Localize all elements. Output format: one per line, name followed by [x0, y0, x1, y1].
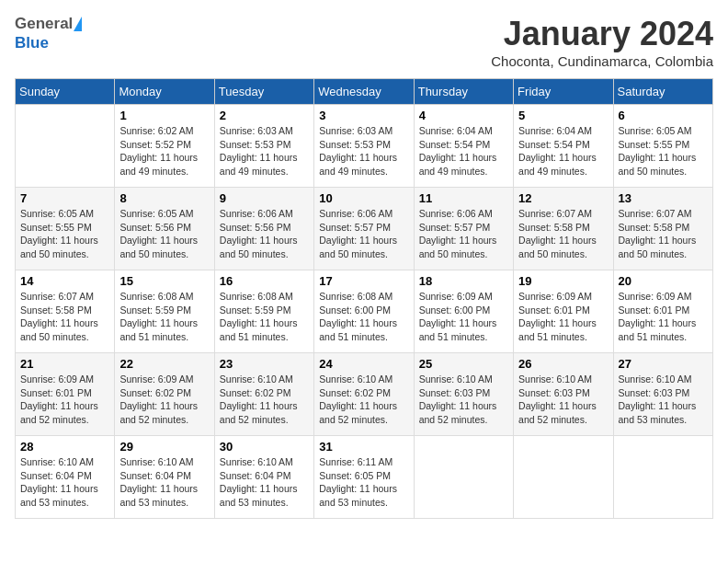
day-info: Sunrise: 6:07 AM Sunset: 5:58 PM Dayligh…: [619, 207, 708, 261]
day-number: 15: [119, 274, 209, 288]
header-wednesday: Wednesday: [314, 79, 414, 105]
day-info: Sunrise: 6:10 AM Sunset: 6:03 PM Dayligh…: [419, 373, 508, 427]
calendar-week-1: 1Sunrise: 6:02 AM Sunset: 5:52 PM Daylig…: [16, 105, 713, 188]
calendar-cell: 15Sunrise: 6:08 AM Sunset: 5:59 PM Dayli…: [115, 270, 214, 353]
day-number: 28: [20, 440, 109, 454]
calendar-header-row: SundayMondayTuesdayWednesdayThursdayFrid…: [16, 79, 713, 105]
day-number: 13: [619, 191, 708, 205]
calendar-cell: 10Sunrise: 6:06 AM Sunset: 5:57 PM Dayli…: [314, 188, 414, 270]
logo: General Blue: [15, 15, 82, 52]
calendar-cell: 1Sunrise: 6:02 AM Sunset: 5:52 PM Daylig…: [115, 105, 214, 188]
day-info: Sunrise: 6:09 AM Sunset: 6:02 PM Dayligh…: [119, 373, 209, 427]
calendar-cell: 25Sunrise: 6:10 AM Sunset: 6:03 PM Dayli…: [414, 353, 513, 436]
header-friday: Friday: [514, 79, 613, 105]
calendar-cell: 12Sunrise: 6:07 AM Sunset: 5:58 PM Dayli…: [514, 188, 613, 270]
day-info: Sunrise: 6:11 AM Sunset: 6:05 PM Dayligh…: [319, 455, 408, 510]
logo-general: General: [15, 15, 73, 33]
day-info: Sunrise: 6:04 AM Sunset: 5:54 PM Dayligh…: [518, 124, 608, 178]
day-number: 14: [20, 274, 109, 288]
day-number: 25: [419, 357, 508, 371]
title-section: January 2024 Choconta, Cundinamarca, Col…: [491, 15, 713, 69]
day-number: 17: [319, 274, 408, 288]
day-info: Sunrise: 6:05 AM Sunset: 5:56 PM Dayligh…: [119, 207, 209, 261]
day-number: 31: [319, 440, 408, 454]
day-info: Sunrise: 6:06 AM Sunset: 5:57 PM Dayligh…: [319, 207, 408, 261]
day-info: Sunrise: 6:06 AM Sunset: 5:56 PM Dayligh…: [220, 207, 309, 261]
calendar-cell: 6Sunrise: 6:05 AM Sunset: 5:55 PM Daylig…: [613, 105, 712, 188]
day-number: 26: [518, 357, 608, 371]
day-info: Sunrise: 6:10 AM Sunset: 6:04 PM Dayligh…: [220, 455, 309, 510]
calendar-cell: 20Sunrise: 6:09 AM Sunset: 6:01 PM Dayli…: [613, 270, 712, 353]
day-number: 29: [119, 440, 209, 454]
day-number: 24: [319, 357, 408, 371]
day-info: Sunrise: 6:07 AM Sunset: 5:58 PM Dayligh…: [518, 207, 608, 261]
calendar-cell: [613, 436, 712, 519]
calendar-cell: 8Sunrise: 6:05 AM Sunset: 5:56 PM Daylig…: [115, 188, 214, 270]
header-monday: Monday: [115, 79, 214, 105]
day-number: 6: [619, 109, 708, 122]
day-number: 12: [518, 191, 608, 205]
day-info: Sunrise: 6:10 AM Sunset: 6:02 PM Dayligh…: [319, 373, 408, 427]
day-number: 8: [119, 191, 209, 205]
day-number: 21: [20, 357, 109, 371]
day-info: Sunrise: 6:08 AM Sunset: 5:59 PM Dayligh…: [119, 290, 209, 344]
day-number: 27: [619, 357, 708, 371]
calendar-cell: 9Sunrise: 6:06 AM Sunset: 5:56 PM Daylig…: [214, 188, 313, 270]
day-number: 19: [518, 274, 608, 288]
day-info: Sunrise: 6:10 AM Sunset: 6:04 PM Dayligh…: [20, 455, 109, 510]
calendar-cell: 31Sunrise: 6:11 AM Sunset: 6:05 PM Dayli…: [314, 436, 414, 519]
day-info: Sunrise: 6:06 AM Sunset: 5:57 PM Dayligh…: [419, 207, 508, 261]
day-number: 30: [220, 440, 309, 454]
day-number: 11: [419, 191, 508, 205]
calendar-cell: 18Sunrise: 6:09 AM Sunset: 6:00 PM Dayli…: [414, 270, 513, 353]
day-number: 23: [220, 357, 309, 371]
day-info: Sunrise: 6:10 AM Sunset: 6:02 PM Dayligh…: [220, 373, 309, 427]
calendar-week-5: 28Sunrise: 6:10 AM Sunset: 6:04 PM Dayli…: [16, 436, 713, 519]
calendar-cell: 16Sunrise: 6:08 AM Sunset: 5:59 PM Dayli…: [214, 270, 313, 353]
calendar-cell: 5Sunrise: 6:04 AM Sunset: 5:54 PM Daylig…: [514, 105, 613, 188]
day-number: 20: [619, 274, 708, 288]
calendar-cell: 14Sunrise: 6:07 AM Sunset: 5:58 PM Dayli…: [16, 270, 115, 353]
calendar-week-2: 7Sunrise: 6:05 AM Sunset: 5:55 PM Daylig…: [16, 188, 713, 270]
day-info: Sunrise: 6:10 AM Sunset: 6:03 PM Dayligh…: [619, 373, 708, 427]
day-info: Sunrise: 6:07 AM Sunset: 5:58 PM Dayligh…: [20, 290, 109, 344]
header-tuesday: Tuesday: [214, 79, 313, 105]
day-number: 2: [220, 109, 309, 122]
calendar-cell: [514, 436, 613, 519]
calendar-cell: 11Sunrise: 6:06 AM Sunset: 5:57 PM Dayli…: [414, 188, 513, 270]
day-info: Sunrise: 6:10 AM Sunset: 6:04 PM Dayligh…: [119, 455, 209, 510]
page-header: General Blue January 2024 Choconta, Cund…: [15, 15, 713, 69]
day-number: 9: [220, 191, 309, 205]
calendar-cell: 17Sunrise: 6:08 AM Sunset: 6:00 PM Dayli…: [314, 270, 414, 353]
day-info: Sunrise: 6:05 AM Sunset: 5:55 PM Dayligh…: [20, 207, 109, 261]
day-number: 7: [20, 191, 109, 205]
calendar-body: 1Sunrise: 6:02 AM Sunset: 5:52 PM Daylig…: [16, 105, 713, 519]
calendar-cell: 26Sunrise: 6:10 AM Sunset: 6:03 PM Dayli…: [514, 353, 613, 436]
calendar-cell: 23Sunrise: 6:10 AM Sunset: 6:02 PM Dayli…: [214, 353, 313, 436]
day-info: Sunrise: 6:04 AM Sunset: 5:54 PM Dayligh…: [419, 124, 508, 178]
calendar-cell: 7Sunrise: 6:05 AM Sunset: 5:55 PM Daylig…: [16, 188, 115, 270]
day-info: Sunrise: 6:03 AM Sunset: 5:53 PM Dayligh…: [220, 124, 309, 178]
calendar-cell: 29Sunrise: 6:10 AM Sunset: 6:04 PM Dayli…: [115, 436, 214, 519]
calendar-cell: [414, 436, 513, 519]
calendar-cell: 24Sunrise: 6:10 AM Sunset: 6:02 PM Dayli…: [314, 353, 414, 436]
calendar-cell: 28Sunrise: 6:10 AM Sunset: 6:04 PM Dayli…: [16, 436, 115, 519]
calendar-cell: 13Sunrise: 6:07 AM Sunset: 5:58 PM Dayli…: [613, 188, 712, 270]
day-number: 18: [419, 274, 508, 288]
location-title: Choconta, Cundinamarca, Colombia: [491, 53, 713, 69]
day-number: 4: [419, 109, 508, 122]
day-info: Sunrise: 6:09 AM Sunset: 6:01 PM Dayligh…: [518, 290, 608, 344]
day-info: Sunrise: 6:08 AM Sunset: 6:00 PM Dayligh…: [319, 290, 408, 344]
logo-blue: Blue: [15, 34, 49, 52]
day-info: Sunrise: 6:02 AM Sunset: 5:52 PM Dayligh…: [119, 124, 209, 178]
day-number: 3: [319, 109, 408, 122]
calendar-cell: 27Sunrise: 6:10 AM Sunset: 6:03 PM Dayli…: [613, 353, 712, 436]
logo-triangle-icon: [74, 17, 82, 31]
day-info: Sunrise: 6:05 AM Sunset: 5:55 PM Dayligh…: [619, 124, 708, 178]
day-number: 16: [220, 274, 309, 288]
header-sunday: Sunday: [16, 79, 115, 105]
calendar-cell: 19Sunrise: 6:09 AM Sunset: 6:01 PM Dayli…: [514, 270, 613, 353]
month-title: January 2024: [491, 15, 713, 53]
day-info: Sunrise: 6:09 AM Sunset: 6:01 PM Dayligh…: [20, 373, 109, 427]
day-number: 22: [119, 357, 209, 371]
